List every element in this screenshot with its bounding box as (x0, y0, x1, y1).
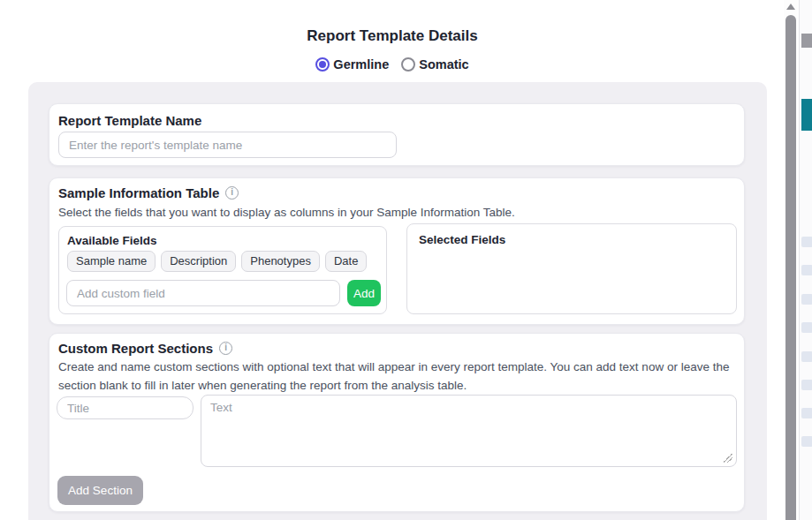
field-chip[interactable]: Description (161, 251, 236, 272)
section-text-textarea[interactable] (201, 395, 737, 467)
background-row-fragment (801, 237, 812, 247)
sample-information-table-card: Sample Information Table i Select the fi… (49, 177, 745, 325)
custom-sections-heading: Custom Report Sections (58, 341, 213, 356)
background-teal-block (801, 99, 812, 131)
scrollbar-thumb[interactable] (785, 15, 796, 520)
background-row-fragment (801, 436, 812, 447)
available-fields-chip-list: Sample name Description Phenotypes Date (67, 251, 367, 272)
scroll-up-arrow-icon[interactable] (786, 4, 795, 10)
radio-selected-icon[interactable] (315, 57, 330, 72)
add-section-button[interactable]: Add Section (57, 476, 143, 505)
add-custom-field-input[interactable] (66, 280, 340, 306)
report-template-name-heading: Report Template Name (58, 113, 201, 128)
background-gray-block (801, 34, 812, 48)
section-title-input[interactable] (57, 396, 194, 419)
sample-table-heading: Sample Information Table (58, 185, 219, 200)
radio-somatic[interactable]: Somatic (401, 57, 468, 72)
textarea-resize-handle[interactable] (724, 454, 732, 463)
info-icon[interactable]: i (225, 186, 239, 200)
background-row-fragment (801, 265, 812, 275)
modal-body-panel: Report Template Name Sample Information … (28, 82, 767, 520)
background-row-fragment (801, 380, 812, 390)
field-chip[interactable]: Date (325, 251, 367, 272)
add-custom-field-button[interactable]: Add (347, 280, 381, 306)
field-chip[interactable]: Phenotypes (241, 251, 320, 272)
available-fields-label: Available Fields (67, 234, 157, 247)
report-type-radio-group: Germline Somatic (0, 57, 785, 72)
page-title: Report Template Details (0, 27, 785, 45)
template-name-input[interactable] (58, 132, 397, 158)
custom-report-sections-card: Custom Report Sections i Create and name… (49, 333, 745, 512)
custom-sections-heading-row: Custom Report Sections i (58, 341, 232, 356)
background-page-sliver (799, 0, 812, 520)
sample-table-description: Select the fields that you want to displ… (58, 204, 739, 222)
selected-fields-label: Selected Fields (419, 233, 505, 246)
custom-sections-description: Create and name custom sections with opt… (58, 358, 740, 396)
field-chip[interactable]: Sample name (67, 251, 156, 272)
radio-germline-label: Germline (333, 57, 389, 72)
background-row-fragment (801, 351, 812, 362)
available-fields-panel: Available Fields Sample name Description… (58, 226, 387, 314)
background-row-fragment (801, 294, 812, 305)
report-template-name-card: Report Template Name (49, 103, 745, 166)
background-row-fragment (801, 408, 812, 418)
background-row-fragment (801, 322, 812, 333)
info-icon[interactable]: i (219, 342, 232, 355)
selected-fields-panel: Selected Fields (406, 223, 737, 314)
radio-unselected-icon[interactable] (401, 57, 415, 72)
scrollbar-track[interactable] (784, 0, 798, 520)
radio-somatic-label: Somatic (419, 57, 468, 72)
radio-germline[interactable]: Germline (315, 57, 389, 72)
sample-table-heading-row: Sample Information Table i (58, 185, 239, 200)
